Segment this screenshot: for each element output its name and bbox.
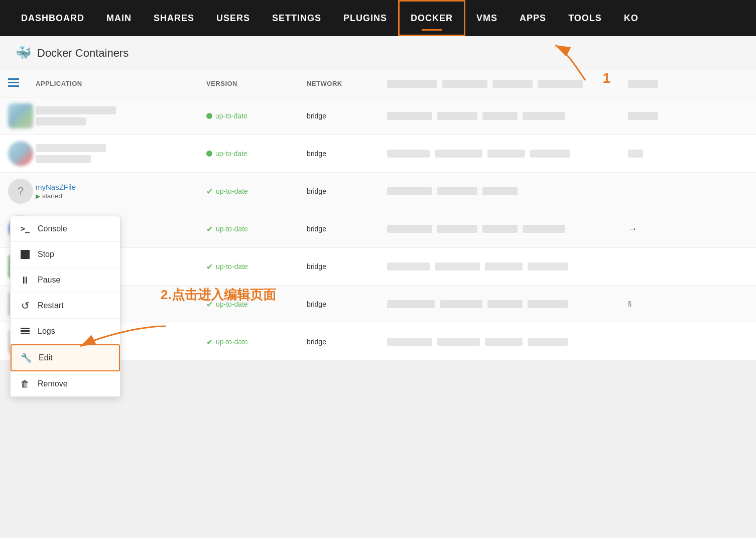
app-info-2 <box>36 144 206 163</box>
annotation-arrow-1 <box>545 40 605 85</box>
version-text-1: up-to-date <box>215 112 247 120</box>
col-header-version: VERSION <box>206 80 307 87</box>
extra-blurred-1 <box>628 112 658 120</box>
extra-6: fi <box>628 300 748 308</box>
table-row[interactable]: up-to-date bridge <box>0 97 756 135</box>
app-status-blurred-2 <box>36 155 91 163</box>
b4 <box>523 112 565 120</box>
version-check-7: ✔ <box>206 337 213 347</box>
b27 <box>528 338 568 346</box>
nav-shares[interactable]: SHARES <box>143 0 205 36</box>
b16 <box>387 262 430 271</box>
blurred-group-6 <box>387 300 628 308</box>
col-header-network: NETWORK <box>307 80 387 87</box>
menu-item-pause[interactable]: ⏸ Pause <box>11 267 120 293</box>
extra-text-6: fi <box>628 300 748 308</box>
blurred-group-1 <box>387 112 628 120</box>
menu-item-remove[interactable]: 🗑 Remove <box>11 371 120 396</box>
app-name-blurred-2 <box>36 144 106 152</box>
extra-4: → <box>628 224 748 234</box>
b19 <box>528 262 568 271</box>
network-cell-5: bridge <box>307 262 387 271</box>
version-cell-2: up-to-date <box>206 150 307 158</box>
b23 <box>528 300 568 308</box>
b22 <box>487 300 523 308</box>
version-cell-4: ✔ up-to-date <box>206 224 307 234</box>
b17 <box>435 262 480 271</box>
version-cell-7: ✔ up-to-date <box>206 337 307 347</box>
main-content: APPLICATION VERSION NETWORK up-to-date b… <box>0 70 756 361</box>
col-header-icon <box>8 77 36 90</box>
docker-icon: 🐳 <box>15 45 31 61</box>
network-cell-7: bridge <box>307 338 387 346</box>
annotation-arrow-2 <box>50 316 176 356</box>
nav-vms[interactable]: VMS <box>465 0 509 36</box>
network-cell-4: bridge <box>307 225 387 233</box>
table-row[interactable]: ? myNasZFile ▶ started ✔ up-to-date brid… <box>0 173 756 210</box>
nav-tools[interactable]: TOOLS <box>557 0 613 36</box>
extra-2 <box>628 150 748 158</box>
app-status-blurred-1 <box>36 117 86 125</box>
app-name-blurred-1 <box>36 106 116 114</box>
b21 <box>440 300 482 308</box>
version-cell-1: up-to-date <box>206 112 307 120</box>
logs-lines-icon <box>21 327 30 336</box>
blurred-header-5 <box>628 80 658 88</box>
b12 <box>387 225 432 233</box>
app-info-1 <box>36 106 206 125</box>
pause-icon: ⏸ <box>20 275 31 286</box>
b1 <box>387 112 432 120</box>
table-row[interactable]: up-to-date bridge <box>0 135 756 173</box>
menu-item-console[interactable]: >_ Console <box>11 216 120 242</box>
b15 <box>523 225 565 233</box>
blurred-header-1 <box>387 80 437 88</box>
svg-rect-3 <box>8 85 19 87</box>
svg-rect-2 <box>8 82 19 83</box>
b6 <box>435 150 482 158</box>
nav-settings[interactable]: SETTINGS <box>261 0 332 36</box>
col-header-extra <box>628 80 748 88</box>
version-text-2: up-to-date <box>215 150 247 158</box>
b24 <box>387 338 432 346</box>
version-check-4: ✔ <box>206 224 213 234</box>
b25 <box>437 338 480 346</box>
nav-users[interactable]: USERS <box>205 0 261 36</box>
b26 <box>485 338 523 346</box>
app-icon-2 <box>8 141 33 166</box>
b2 <box>437 112 477 120</box>
app-status-3: ▶ started <box>36 192 206 200</box>
edit-icon: 🔧 <box>21 352 32 363</box>
play-icon-3: ▶ <box>36 193 40 200</box>
nav-ko[interactable]: KO <box>613 0 650 36</box>
blurred-header-2 <box>442 80 487 88</box>
stop-icon <box>20 249 31 260</box>
app-info-3: myNasZFile ▶ started <box>36 183 206 200</box>
app-icon-3: ? <box>8 179 33 204</box>
navbar: DASHBOARD MAIN SHARES USERS SETTINGS PLU… <box>0 0 756 36</box>
logs-icon <box>20 326 31 337</box>
nav-apps[interactable]: APPS <box>509 0 557 36</box>
nav-docker[interactable]: DOCKER <box>398 0 465 36</box>
svg-rect-4 <box>21 328 30 329</box>
arrow-right-4: → <box>628 224 748 234</box>
version-dot-1 <box>206 113 212 119</box>
svg-rect-5 <box>21 330 30 332</box>
b9 <box>387 187 432 195</box>
b7 <box>487 150 525 158</box>
restart-icon: ↺ <box>20 300 31 311</box>
blurred-group-5 <box>387 262 628 271</box>
network-cell-2: bridge <box>307 150 387 158</box>
version-dot-2 <box>206 151 212 157</box>
nav-dashboard[interactable]: DASHBOARD <box>10 0 95 36</box>
version-text-5: up-to-date <box>216 262 248 271</box>
menu-item-stop[interactable]: Stop <box>11 242 120 267</box>
extra-blurred-2 <box>628 150 643 158</box>
b14 <box>482 225 518 233</box>
app-name-3: myNasZFile <box>36 183 206 191</box>
nav-plugins[interactable]: PLUGINS <box>332 0 398 36</box>
context-menu: >_ Console Stop ⏸ Pause ↺ Restart <box>10 216 120 397</box>
menu-item-restart[interactable]: ↺ Restart <box>11 293 120 319</box>
table-header: APPLICATION VERSION NETWORK <box>0 70 756 97</box>
nav-main[interactable]: MAIN <box>95 0 143 36</box>
annotation-2-label: 2.点击进入编辑页面 <box>161 286 276 304</box>
